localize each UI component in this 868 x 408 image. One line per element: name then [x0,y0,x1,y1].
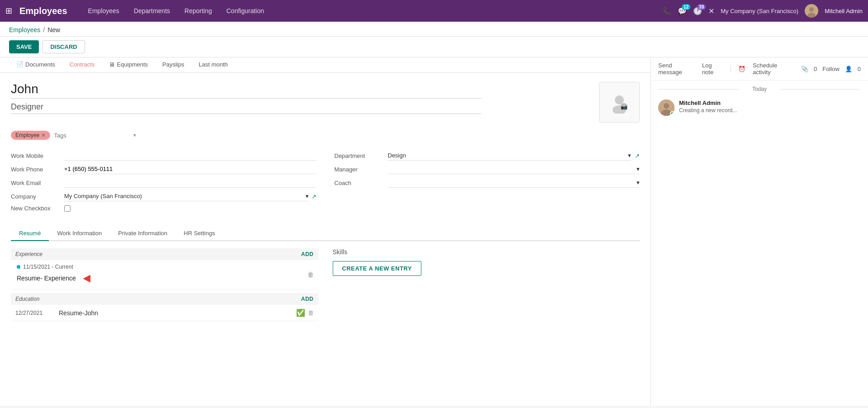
close-icon[interactable]: ✕ [708,7,714,15]
nav-employees[interactable]: Employees [82,5,126,17]
discard-button[interactable]: DISCARD [42,40,85,53]
breadcrumb: Employees / New [0,22,868,37]
clock-badge-wrap[interactable]: 🕐 39 [693,7,702,15]
nav-departments[interactable]: Departments [127,5,176,17]
save-button[interactable]: SAVE [9,40,39,53]
subtab-contracts[interactable]: Contracts [62,57,102,72]
employee-photo[interactable]: + 📷 [599,82,640,123]
timeline-entry-0: Mitchell Admin Creating a new record... [658,100,861,116]
tab-resume[interactable]: Resumé [11,226,49,241]
tab-content-resume: Experience ADD 11/15/2021 - Current Resu… [0,241,651,328]
top-menu: Employees Departments Reporting Configur… [82,5,659,17]
svg-point-3 [615,95,624,104]
tab-hr-settings[interactable]: HR Settings [175,226,223,241]
field-label-work-mobile: Work Mobile [11,152,61,159]
experience-section-header: Experience ADD [11,248,318,260]
tag-remove-icon[interactable]: ✕ [41,132,46,138]
follower-count: 0 [858,66,861,72]
field-coach: Coach ▾ [335,176,640,190]
send-message-action[interactable]: Send message [658,62,695,76]
work-mobile-input[interactable] [64,151,316,161]
top-navigation: ⊞ Employees Employees Departments Report… [0,0,868,22]
doc-icon: 📄 [16,61,24,68]
form-area: 📄 Documents Contracts 🖥 Equipments Paysl… [0,57,651,406]
fields-right-col: Department Design ▾ ↗ Manager ▾ Coach [335,149,640,213]
field-department: Department Design ▾ ↗ [335,149,640,162]
chat-badge-wrap[interactable]: 💬 12 [678,7,687,15]
app-brand[interactable]: Employees [19,6,67,16]
create-entry-button[interactable]: CREATE A NEW ENTRY [333,261,422,276]
experience-add-button[interactable]: ADD [301,251,314,257]
education-item-0: 12/27/2021 Resume-John ✅ 🗑 [11,305,318,321]
chatter-actions: Send message Log note ⏰ Schedule activit… [651,57,868,81]
tab-work-information[interactable]: Work Information [49,226,110,241]
main-layout: 📄 Documents Contracts 🖥 Equipments Paysl… [0,57,868,406]
field-label-new-checkbox: New Checkbox [11,205,61,212]
nav-configuration[interactable]: Configuration [220,5,270,17]
user-avatar[interactable] [805,4,818,18]
attachment-count: 0 [814,66,817,72]
field-label-work-phone: Work Phone [11,166,61,173]
tags-dropdown-icon[interactable]: ▾ [133,132,136,138]
subtab-documents[interactable]: 📄 Documents [9,57,62,72]
company-dropdown-icon: ▾ [306,193,309,199]
chatter-divider [731,65,731,72]
employee-title-input[interactable] [11,102,481,114]
breadcrumb-parent[interactable]: Employees [9,26,40,33]
experience-dot-icon [17,265,20,269]
edu-verify-icon[interactable]: ✅ [296,308,305,317]
topnav-right: 📞 💬 12 🕐 39 ✕ My Company (San Francisco)… [662,4,863,18]
eq-icon: 🖥 [109,61,115,68]
subtab-equipments[interactable]: 🖥 Equipments [102,57,155,72]
work-phone-input[interactable] [64,164,316,174]
schedule-activity-action[interactable]: Schedule activity [753,62,794,76]
employee-name-input[interactable] [11,82,481,99]
svg-point-9 [664,103,669,109]
edu-title-0: Resume-John [59,309,289,317]
schedule-icon: ⏰ [738,66,745,72]
employee-header: + 📷 [0,73,651,127]
field-label-department: Department [335,152,384,159]
work-email-input[interactable] [64,178,316,188]
svg-text:📷: 📷 [621,103,627,110]
tags-input[interactable] [54,132,130,139]
phone-icon[interactable]: 📞 [662,7,671,15]
timeline-today-label: Today [658,86,861,92]
subtab-lastmonth[interactable]: Last month [191,57,235,72]
field-company: Company My Company (San Francisco) ▾ ↗ [11,190,316,203]
subtab-payslips[interactable]: Payslips [155,57,191,72]
dept-ext-link-icon[interactable]: ↗ [635,152,640,159]
department-select[interactable]: Design ▾ [388,151,632,161]
breadcrumb-separator: / [43,26,45,33]
field-label-work-email: Work Email [11,180,61,186]
education-label: Education [15,296,39,302]
mgr-dropdown-icon: ▾ [637,166,640,172]
clock-badge: 39 [697,4,706,10]
new-checkbox-input[interactable] [64,205,71,212]
chatter-timeline: Today Mitchell Admin Creating a new reco… [651,81,868,406]
employee-tag-label: Employee [15,132,39,138]
follow-button[interactable]: Follow [822,66,840,72]
field-new-checkbox: New Checkbox [11,203,316,213]
experience-delete-icon-0[interactable]: 🗑 [307,271,314,278]
nav-reporting[interactable]: Reporting [178,5,218,17]
education-add-button[interactable]: ADD [301,296,314,302]
employee-tag[interactable]: Employee ✕ [11,131,50,140]
edu-delete-icon[interactable]: 🗑 [308,309,314,316]
manager-select[interactable]: ▾ [388,164,640,174]
edu-actions-0: ✅ 🗑 [296,308,314,317]
timeline-entry-body: Mitchell Admin Creating a new record... [679,100,861,116]
company-name[interactable]: My Company (San Francisco) [721,8,798,14]
company-ext-link-icon[interactable]: ↗ [311,193,316,200]
employee-name-section [11,82,599,114]
grid-icon[interactable]: ⊞ [5,6,12,16]
field-label-manager: Manager [335,166,384,173]
log-note-action[interactable]: Log note [702,62,723,76]
fields-left-col: Work Mobile Work Phone Work Email Compan… [11,149,316,213]
company-select[interactable]: My Company (San Francisco) ▾ [64,191,309,201]
field-work-mobile: Work Mobile [11,149,316,162]
field-manager: Manager ▾ [335,162,640,176]
field-work-email: Work Email [11,176,316,190]
coach-select[interactable]: ▾ [388,178,640,188]
tab-private-information[interactable]: Private Information [110,226,175,241]
